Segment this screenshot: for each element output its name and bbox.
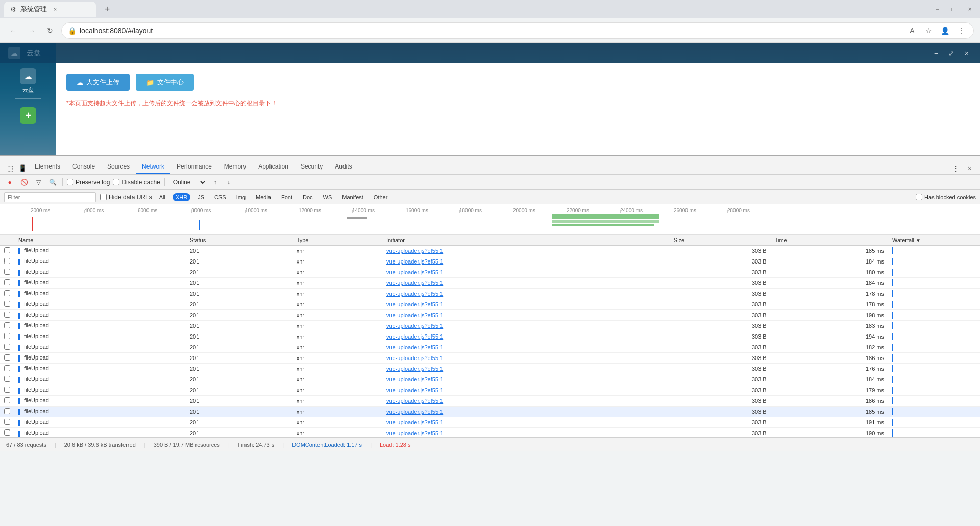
filter-doc-button[interactable]: Doc bbox=[300, 193, 316, 201]
row-initiator[interactable]: vue-uploader.js?ef55:1 bbox=[382, 396, 670, 407]
table-row[interactable]: fileUpload 201 xhr vue-uploader.js?ef55:… bbox=[0, 321, 980, 331]
tab-security[interactable]: Security bbox=[295, 160, 329, 174]
row-initiator[interactable]: vue-uploader.js?ef55:1 bbox=[382, 374, 670, 385]
tab-performance[interactable]: Performance bbox=[170, 160, 218, 174]
row-initiator[interactable]: vue-uploader.js?ef55:1 bbox=[382, 407, 670, 417]
minimize-button[interactable]: − bbox=[931, 3, 943, 15]
row-checkbox[interactable] bbox=[4, 333, 10, 339]
table-row[interactable]: fileUpload 201 xhr vue-uploader.js?ef55:… bbox=[0, 417, 980, 428]
row-initiator[interactable]: vue-uploader.js?ef55:1 bbox=[382, 353, 670, 364]
app-close-button[interactable]: × bbox=[962, 48, 972, 58]
filter-other-button[interactable]: Other bbox=[371, 193, 391, 201]
row-checkbox[interactable] bbox=[4, 408, 10, 414]
preserve-log-checkbox[interactable]: Preserve log bbox=[67, 179, 110, 186]
reload-button[interactable]: ↻ bbox=[43, 23, 57, 38]
row-initiator[interactable]: vue-uploader.js?ef55:1 bbox=[382, 299, 670, 310]
forward-button[interactable]: → bbox=[24, 23, 39, 38]
hide-data-urls-checkbox[interactable]: Hide data URLs bbox=[100, 194, 152, 201]
th-waterfall[interactable]: Waterfall ▼ bbox=[888, 235, 980, 246]
tab-sources[interactable]: Sources bbox=[101, 160, 136, 174]
tab-elements[interactable]: Elements bbox=[29, 160, 66, 174]
table-row[interactable]: fileUpload 201 xhr vue-uploader.js?ef55:… bbox=[0, 396, 980, 407]
th-status[interactable]: Status bbox=[186, 235, 292, 246]
row-initiator[interactable]: vue-uploader.js?ef55:1 bbox=[382, 310, 670, 321]
row-initiator[interactable]: vue-uploader.js?ef55:1 bbox=[382, 385, 670, 396]
row-initiator[interactable]: vue-uploader.js?ef55:1 bbox=[382, 331, 670, 342]
row-checkbox[interactable] bbox=[4, 279, 10, 285]
timeline-area[interactable]: 2000 ms 4000 ms 6000 ms 8000 ms 10000 ms… bbox=[0, 204, 980, 235]
row-checkbox[interactable] bbox=[4, 258, 10, 264]
row-initiator[interactable]: vue-uploader.js?ef55:1 bbox=[382, 256, 670, 267]
table-row[interactable]: fileUpload 201 xhr vue-uploader.js?ef55:… bbox=[0, 342, 980, 353]
export-button[interactable]: ↓ bbox=[223, 177, 234, 188]
tab-network[interactable]: Network bbox=[136, 160, 170, 174]
table-row[interactable]: fileUpload 201 xhr vue-uploader.js?ef55:… bbox=[0, 353, 980, 364]
blocked-cookies-checkbox[interactable]: Has blocked cookies bbox=[916, 194, 976, 200]
maximize-button[interactable]: □ bbox=[947, 3, 960, 15]
table-row[interactable]: fileUpload 201 xhr vue-uploader.js?ef55:… bbox=[0, 364, 980, 374]
translate-icon[interactable]: A bbox=[906, 25, 918, 37]
clear-button[interactable]: 🚫 bbox=[18, 177, 30, 188]
close-window-button[interactable]: × bbox=[964, 3, 976, 15]
filter-css-button[interactable]: CSS bbox=[211, 193, 229, 201]
row-checkbox[interactable] bbox=[4, 365, 10, 371]
table-row[interactable]: fileUpload 201 xhr vue-uploader.js?ef55:… bbox=[0, 246, 980, 256]
tab-memory[interactable]: Memory bbox=[218, 160, 252, 174]
app-minimize-button[interactable]: − bbox=[931, 48, 941, 58]
record-button[interactable]: ● bbox=[4, 177, 15, 188]
table-row[interactable]: fileUpload 201 xhr vue-uploader.js?ef55:… bbox=[0, 256, 980, 267]
devtools-mobile-icon[interactable]: 📱 bbox=[16, 162, 29, 174]
sidebar-cloud-icon[interactable]: ☁ 云盘 bbox=[13, 68, 43, 94]
browser-tab[interactable]: ⚙ 系统管理 × bbox=[4, 2, 96, 17]
row-initiator[interactable]: vue-uploader.js?ef55:1 bbox=[382, 321, 670, 331]
filter-all-button[interactable]: All bbox=[156, 193, 168, 201]
tab-close-button[interactable]: × bbox=[51, 5, 59, 13]
row-initiator[interactable]: vue-uploader.js?ef55:1 bbox=[382, 364, 670, 374]
row-checkbox[interactable] bbox=[4, 354, 10, 361]
devtools-more-icon[interactable]: ⋮ bbox=[949, 162, 962, 174]
account-icon[interactable]: 👤 bbox=[939, 25, 951, 37]
table-row[interactable]: fileUpload 201 xhr vue-uploader.js?ef55:… bbox=[0, 299, 980, 310]
import-button[interactable]: ↑ bbox=[210, 177, 221, 188]
row-initiator[interactable]: vue-uploader.js?ef55:1 bbox=[382, 417, 670, 428]
th-initiator[interactable]: Initiator bbox=[382, 235, 670, 246]
table-row[interactable]: fileUpload 201 xhr vue-uploader.js?ef55:… bbox=[0, 267, 980, 278]
devtools-close-icon[interactable]: × bbox=[964, 162, 976, 174]
tab-console[interactable]: Console bbox=[66, 160, 101, 174]
bookmark-icon[interactable]: ☆ bbox=[922, 25, 935, 37]
table-row[interactable]: fileUpload 201 xhr vue-uploader.js?ef55:… bbox=[0, 428, 980, 438]
row-checkbox[interactable] bbox=[4, 322, 10, 328]
filter-button[interactable]: ▽ bbox=[33, 177, 44, 188]
row-checkbox[interactable] bbox=[4, 312, 10, 318]
disable-cache-checkbox[interactable]: Disable cache bbox=[113, 179, 160, 186]
row-initiator[interactable]: vue-uploader.js?ef55:1 bbox=[382, 246, 670, 256]
hide-data-urls-input[interactable] bbox=[100, 194, 107, 200]
table-row[interactable]: fileUpload 201 xhr vue-uploader.js?ef55:… bbox=[0, 385, 980, 396]
row-initiator[interactable]: vue-uploader.js?ef55:1 bbox=[382, 267, 670, 278]
row-initiator[interactable]: vue-uploader.js?ef55:1 bbox=[382, 278, 670, 289]
table-row[interactable]: fileUpload 201 xhr vue-uploader.js?ef55:… bbox=[0, 374, 980, 385]
row-checkbox[interactable] bbox=[4, 301, 10, 307]
menu-icon[interactable]: ⋮ bbox=[955, 25, 967, 37]
app-maximize-button[interactable]: ⤢ bbox=[945, 48, 958, 58]
row-checkbox[interactable] bbox=[4, 429, 10, 436]
row-checkbox[interactable] bbox=[4, 376, 10, 382]
filter-ws-button[interactable]: WS bbox=[320, 193, 335, 201]
row-checkbox[interactable] bbox=[4, 419, 10, 425]
table-row[interactable]: fileUpload 201 xhr vue-uploader.js?ef55:… bbox=[0, 289, 980, 299]
table-row[interactable]: fileUpload 201 xhr vue-uploader.js?ef55:… bbox=[0, 331, 980, 342]
th-size[interactable]: Size bbox=[670, 235, 771, 246]
preserve-log-input[interactable] bbox=[67, 179, 74, 185]
row-checkbox[interactable] bbox=[4, 247, 10, 253]
filter-font-button[interactable]: Font bbox=[278, 193, 296, 201]
row-checkbox[interactable] bbox=[4, 397, 10, 403]
filter-xhr-button[interactable]: XHR bbox=[173, 193, 190, 201]
row-checkbox[interactable] bbox=[4, 344, 10, 350]
row-checkbox[interactable] bbox=[4, 290, 10, 296]
filter-input[interactable] bbox=[4, 192, 96, 202]
search-button[interactable]: 🔍 bbox=[47, 177, 58, 188]
th-time[interactable]: Time bbox=[771, 235, 888, 246]
back-button[interactable]: ← bbox=[6, 23, 20, 38]
row-initiator[interactable]: vue-uploader.js?ef55:1 bbox=[382, 428, 670, 438]
row-initiator[interactable]: vue-uploader.js?ef55:1 bbox=[382, 342, 670, 353]
